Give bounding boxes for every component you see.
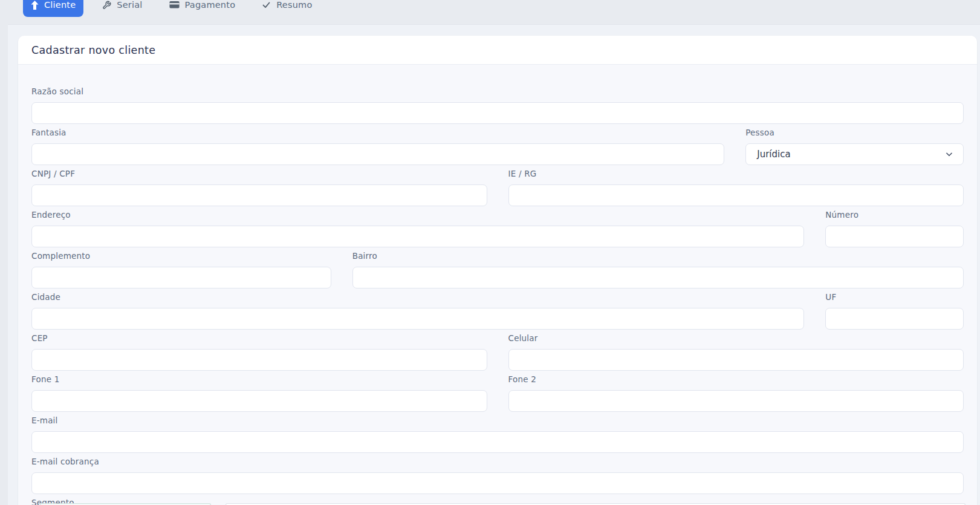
field-uf: UF: [825, 292, 964, 330]
cnpj-cpf-input[interactable]: [31, 184, 487, 206]
tab-resumo[interactable]: Resumo: [254, 0, 320, 17]
endereco-label: Endereço: [31, 210, 804, 220]
razao-social-input[interactable]: [31, 102, 964, 124]
fone1-input[interactable]: [31, 390, 487, 412]
fantasia-label: Fantasia: [31, 128, 724, 137]
endereco-input[interactable]: [31, 226, 804, 247]
form-row: Endereço Número: [31, 210, 964, 247]
fone2-input[interactable]: [508, 390, 964, 412]
page-title: Cadastrar novo cliente: [31, 44, 155, 56]
tab-serial-label: Serial: [117, 0, 142, 10]
fantasia-input[interactable]: [31, 143, 724, 165]
field-bairro: Bairro: [352, 251, 964, 288]
field-complemento: Complemento: [31, 251, 331, 288]
wizard-tabbar: Cliente Serial Pagamento Resumo: [23, 0, 320, 17]
uf-label: UF: [825, 292, 964, 302]
pessoa-select[interactable]: Jurídica: [745, 143, 964, 165]
pessoa-select-value: Jurídica: [757, 149, 790, 160]
cep-label: CEP: [31, 333, 487, 343]
field-endereco: Endereço: [31, 210, 804, 247]
field-cnpj-cpf: CNPJ / CPF: [31, 169, 487, 206]
complemento-input[interactable]: [31, 267, 331, 288]
form-row: E-mail: [31, 415, 964, 453]
form-row: Complemento Bairro: [31, 251, 964, 288]
form-row: Cidade UF: [31, 292, 964, 330]
form-row: Fantasia Pessoa Jurídica: [31, 128, 964, 165]
field-fone2: Fone 2: [508, 374, 964, 412]
form-row: Razão social: [31, 86, 964, 124]
ie-rg-label: IE / RG: [508, 169, 964, 178]
email-label: E-mail: [31, 415, 964, 425]
tab-cliente[interactable]: Cliente: [23, 0, 83, 17]
field-cidade: Cidade: [31, 292, 804, 330]
field-email: E-mail: [31, 415, 964, 453]
wrench-icon: [102, 1, 111, 10]
field-celular: Celular: [508, 333, 964, 371]
tab-serial[interactable]: Serial: [94, 0, 150, 17]
ie-rg-input[interactable]: [508, 184, 964, 206]
cidade-input[interactable]: [31, 308, 804, 330]
tab-resumo-label: Resumo: [276, 0, 312, 10]
field-fantasia: Fantasia: [31, 128, 724, 165]
numero-label: Número: [825, 210, 964, 220]
form-row: E-mail cobrança: [31, 457, 964, 494]
field-fone1: Fone 1: [31, 374, 487, 412]
fone2-label: Fone 2: [508, 374, 964, 384]
complemento-label: Complemento: [31, 251, 331, 261]
tab-pagamento[interactable]: Pagamento: [161, 0, 244, 17]
field-email-cobranca: E-mail cobrança: [31, 457, 964, 494]
field-cep: CEP: [31, 333, 487, 371]
celular-label: Celular: [508, 333, 964, 343]
cnpj-cpf-label: CNPJ / CPF: [31, 169, 487, 178]
card-header: Cadastrar novo cliente: [18, 36, 977, 65]
tab-cliente-label: Cliente: [44, 0, 76, 10]
user-icon: [31, 1, 39, 10]
numero-input[interactable]: [825, 226, 964, 247]
bairro-label: Bairro: [352, 251, 964, 261]
form-row: CEP Celular: [31, 333, 964, 371]
cep-input[interactable]: [31, 349, 487, 371]
check-icon: [262, 1, 271, 9]
content-area: Cadastrar novo cliente Razão social Fant…: [8, 24, 980, 505]
pessoa-label: Pessoa: [745, 128, 964, 137]
email-cobranca-label: E-mail cobrança: [31, 457, 964, 466]
form-row: CNPJ / CPF IE / RG: [31, 169, 964, 206]
field-ie-rg: IE / RG: [508, 169, 964, 206]
razao-social-label: Razão social: [31, 86, 964, 96]
fone1-label: Fone 1: [31, 374, 487, 384]
client-form: Razão social Fantasia Pessoa Jurídica: [18, 65, 977, 505]
field-pessoa: Pessoa Jurídica: [745, 128, 964, 165]
new-client-card: Cadastrar novo cliente Razão social Fant…: [18, 36, 977, 505]
field-numero: Número: [825, 210, 964, 247]
email-input[interactable]: [31, 431, 964, 453]
tab-pagamento-label: Pagamento: [185, 0, 236, 10]
email-cobranca-input[interactable]: [31, 472, 964, 494]
celular-input[interactable]: [508, 349, 964, 371]
credit-card-icon: [169, 1, 180, 9]
cidade-label: Cidade: [31, 292, 804, 302]
bairro-input[interactable]: [352, 267, 964, 288]
chevron-down-icon: [945, 150, 953, 158]
form-row: Fone 1 Fone 2: [31, 374, 964, 412]
uf-input[interactable]: [825, 308, 964, 330]
field-razao-social: Razão social: [31, 86, 964, 124]
